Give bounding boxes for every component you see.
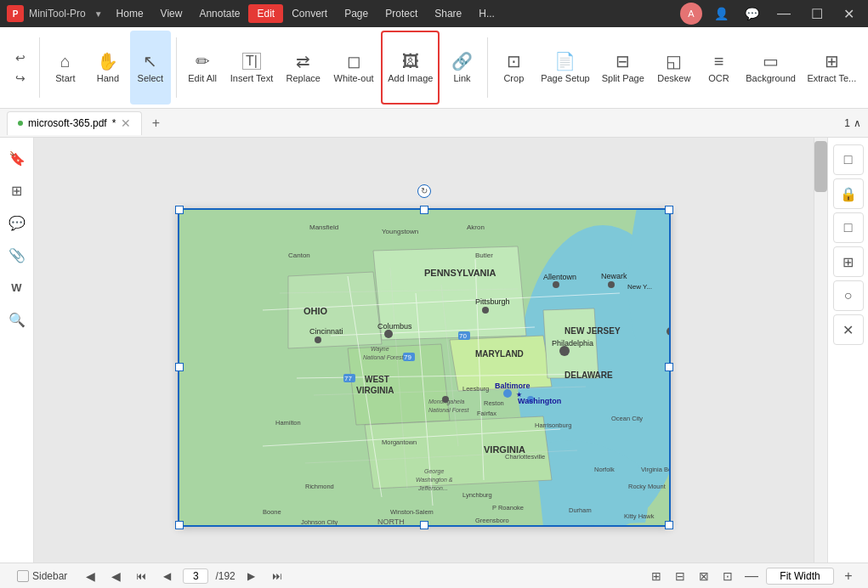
start-icon: ⌂ bbox=[60, 53, 71, 70]
right-panel-btn-close[interactable]: ✕ bbox=[833, 314, 864, 345]
zoom-input[interactable] bbox=[766, 568, 834, 585]
svg-text:Washington &: Washington & bbox=[416, 477, 453, 483]
sidebar-toggle[interactable]: Sidebar bbox=[10, 567, 74, 585]
split-page-icon: ⊟ bbox=[616, 53, 630, 70]
svg-point-15 bbox=[384, 330, 393, 338]
right-panel-btn-3[interactable]: □ bbox=[833, 212, 864, 243]
toolbar-separator-3 bbox=[487, 37, 488, 98]
select-icon: ↖ bbox=[143, 53, 157, 70]
tool-crop[interactable]: ⊡ Crop bbox=[493, 31, 534, 105]
tool-insert-text[interactable]: T| Insert Text bbox=[224, 31, 278, 105]
pdf-page: Cincinnati Columbus Pittsburgh Baltimore… bbox=[178, 208, 671, 527]
svg-text:George: George bbox=[424, 468, 444, 475]
rotate-handle[interactable]: ↻ bbox=[417, 184, 431, 198]
view-scroll[interactable]: ⊟ bbox=[671, 567, 689, 585]
tool-replace[interactable]: ⇄ Replace bbox=[281, 31, 326, 105]
menu-edit[interactable]: Edit bbox=[248, 4, 283, 23]
minimize-button[interactable]: — bbox=[770, 6, 797, 21]
toolbar-separator-2 bbox=[176, 37, 177, 98]
menu-annotate[interactable]: Annotate bbox=[190, 4, 248, 23]
tool-hand[interactable]: ✋ Hand bbox=[88, 31, 128, 105]
menu-home[interactable]: Home bbox=[108, 4, 152, 23]
nav-page-btn[interactable]: ◀ bbox=[106, 567, 125, 585]
svg-text:OHIO: OHIO bbox=[304, 306, 328, 316]
zoom-in-button[interactable]: + bbox=[839, 567, 858, 585]
undo-button[interactable]: ↩ bbox=[10, 48, 31, 67]
menu-view[interactable]: View bbox=[152, 4, 191, 23]
nav-first[interactable]: ⏮ bbox=[132, 567, 150, 585]
title-arrow: ▼ bbox=[94, 9, 103, 19]
tool-deskew[interactable]: ◱ Deskew bbox=[651, 31, 696, 105]
map-image[interactable]: Cincinnati Columbus Pittsburgh Baltimore… bbox=[178, 208, 671, 527]
menu-protect[interactable]: Protect bbox=[377, 4, 426, 23]
menu-share[interactable]: Share bbox=[426, 4, 470, 23]
maximize-button[interactable]: ☐ bbox=[804, 6, 830, 22]
nav-next[interactable]: ▶ bbox=[242, 567, 261, 585]
redo-button[interactable]: ↪ bbox=[10, 69, 31, 88]
tab-close-icon[interactable]: ✕ bbox=[121, 116, 131, 130]
tool-split-page[interactable]: ⊟ Split Page bbox=[596, 31, 650, 105]
svg-text:Monongahela: Monongahela bbox=[428, 399, 465, 405]
right-panel-btn-2[interactable]: 🔒 bbox=[833, 178, 864, 209]
svg-text:Durham: Durham bbox=[569, 506, 592, 514]
view-two-page[interactable]: ⊠ bbox=[695, 567, 713, 585]
tool-extract[interactable]: ⊞ Extract Te... bbox=[803, 31, 861, 105]
right-panel-btn-5[interactable]: ○ bbox=[833, 280, 864, 311]
thumbnail-icon[interactable]: ⊞ bbox=[3, 177, 31, 204]
menu-page[interactable]: Page bbox=[336, 4, 377, 23]
tool-edit-all[interactable]: ✏ Edit All bbox=[182, 31, 224, 105]
svg-text:Lynchburg: Lynchburg bbox=[462, 491, 492, 499]
tool-ocr[interactable]: ≡ OCR bbox=[699, 31, 740, 105]
nav-prev-btn[interactable]: ◀ bbox=[81, 567, 99, 585]
chat-icon[interactable]: 💬 bbox=[740, 2, 763, 25]
close-button[interactable]: ✕ bbox=[837, 6, 861, 22]
tool-white-out[interactable]: ◻ White-out bbox=[328, 31, 379, 105]
svg-text:WEST: WEST bbox=[365, 375, 389, 384]
word-icon[interactable]: W bbox=[3, 274, 31, 301]
vertical-scrollbar[interactable] bbox=[814, 138, 827, 563]
tool-ocr-label: OCR bbox=[708, 73, 729, 83]
attachment-icon[interactable]: 📎 bbox=[3, 241, 31, 269]
total-pages: /192 bbox=[215, 570, 235, 582]
svg-text:Newark: Newark bbox=[601, 272, 627, 280]
svg-text:70: 70 bbox=[459, 332, 467, 340]
view-single[interactable]: ⊞ bbox=[647, 567, 666, 585]
tool-add-image[interactable]: 🖼 Add Image bbox=[381, 31, 440, 105]
svg-text:MARYLAND: MARYLAND bbox=[475, 349, 524, 359]
sidebar-checkbox[interactable] bbox=[17, 570, 29, 582]
new-tab-button[interactable]: + bbox=[145, 113, 166, 133]
svg-text:P Roanoke: P Roanoke bbox=[492, 504, 524, 512]
svg-point-21 bbox=[608, 281, 615, 288]
tool-select[interactable]: ↖ Select bbox=[130, 31, 171, 105]
zoom-out-button[interactable]: — bbox=[742, 567, 761, 585]
tool-page-setup[interactable]: 📄 Page Setup bbox=[536, 31, 594, 105]
svg-text:Jefferson...: Jefferson... bbox=[417, 485, 448, 491]
svg-text:Butler: Butler bbox=[475, 252, 493, 259]
document-tab[interactable]: microsoft-365.pdf * ✕ bbox=[7, 111, 142, 135]
view-grid[interactable]: ⊡ bbox=[718, 567, 737, 585]
edit-all-icon: ✏ bbox=[196, 53, 210, 70]
tool-background[interactable]: ▭ Background bbox=[741, 31, 801, 105]
comment-icon[interactable]: 💬 bbox=[3, 209, 31, 236]
tool-select-label: Select bbox=[138, 73, 164, 83]
svg-point-16 bbox=[482, 307, 489, 314]
menu-convert[interactable]: Convert bbox=[283, 4, 336, 23]
map-svg: Cincinnati Columbus Pittsburgh Baltimore… bbox=[178, 208, 671, 527]
tool-background-label: Background bbox=[746, 73, 796, 83]
tool-start[interactable]: ⌂ Start bbox=[45, 31, 86, 105]
user-icon[interactable]: 👤 bbox=[709, 2, 733, 25]
search-icon[interactable]: 🔍 bbox=[3, 306, 31, 333]
right-panel-btn-1[interactable]: □ bbox=[833, 144, 864, 175]
menu-help[interactable]: H... bbox=[470, 4, 503, 23]
tool-white-out-label: White-out bbox=[334, 73, 374, 83]
bookmark-icon[interactable]: 🔖 bbox=[3, 144, 31, 172]
nav-last[interactable]: ⏭ bbox=[268, 567, 286, 585]
tool-link[interactable]: 🔗 Link bbox=[441, 31, 482, 105]
current-page-input[interactable] bbox=[183, 568, 208, 584]
scrollbar-thumb[interactable] bbox=[814, 141, 827, 192]
svg-text:PENNSYLVANIA: PENNSYLVANIA bbox=[424, 268, 496, 278]
svg-text:Virginia Beach: Virginia Beach bbox=[641, 466, 671, 473]
nav-prev[interactable]: ◀ bbox=[157, 567, 176, 585]
svg-text:New Y...: New Y... bbox=[627, 283, 652, 291]
right-panel-btn-4[interactable]: ⊞ bbox=[833, 246, 864, 277]
